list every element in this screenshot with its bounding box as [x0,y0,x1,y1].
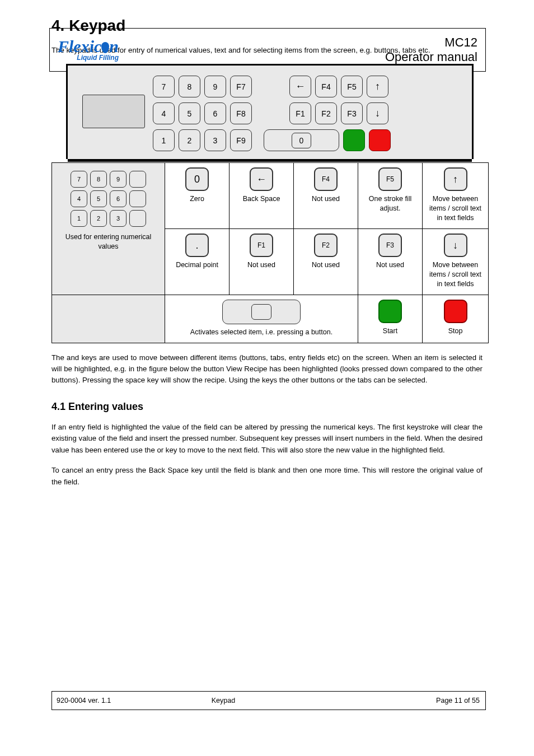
logo-text-1: Flexic [58,37,101,55]
key-backspace[interactable]: ← [289,76,311,97]
green-btn-icon [378,300,402,323]
f2-label: Not used [297,260,354,270]
key-7[interactable]: 7 [153,76,175,97]
footer-left: 920-0004 ver. 1.1 [52,697,111,704]
header-right: MC12 Operator manual [385,35,485,64]
key-stop[interactable] [369,129,391,151]
key-6[interactable]: 6 [204,102,226,124]
logo: Flexicn Liquid Filling [58,38,119,62]
zero-btn-icon: 0 [185,167,209,191]
footer: 920-0004 ver. 1.1 Keypad Page 11 of 55 [51,691,486,710]
key-4[interactable]: 4 [153,102,175,124]
divider [68,159,472,162]
arrow-left-icon: ← [256,172,266,186]
mini-1: 1 [71,210,87,227]
cell-up: ↑ Move between items / scroll text in te… [423,163,489,229]
cell-f3: F3 Not used [358,229,423,295]
mini-2: 2 [90,210,107,227]
down-btn-icon: ↓ [444,234,467,257]
f3-btn-icon: F3 [378,234,402,257]
f1-btn-icon: F1 [250,234,273,257]
up-btn-icon: ↑ [444,167,467,191]
display-screen [82,95,145,128]
para-move: The and keys are used to move between di… [0,352,534,386]
mini-numpad: 789 456 123 [55,171,161,227]
arrow-up-icon: ↑ [453,172,458,186]
dot-btn-icon: . [185,234,209,257]
key-down[interactable]: ↓ [367,102,388,124]
para-enter-1: If an entry field is highlighted the val… [0,422,534,456]
backspace-label: Back Space [233,194,290,204]
mini-3: 3 [110,210,127,227]
key-8[interactable]: 8 [179,76,200,97]
footer-center: Keypad [212,697,235,704]
key-start[interactable] [343,129,365,151]
key-f2-top[interactable]: F2 [315,102,337,124]
dot-label: Decimal point [168,260,226,270]
keypad-panel: 7 8 9 F7 4 5 6 F8 1 2 3 F9 ← F4 F5 ↑ F1 … [66,64,474,159]
subsection-title: 4.1 Entering values [0,401,534,413]
key-f3-top[interactable]: F3 [341,102,363,124]
cell-backspace: ← Back Space [229,163,294,229]
key-3[interactable]: 3 [204,129,226,151]
red-label: Stop [426,326,485,336]
key-9[interactable]: 9 [204,76,226,97]
key-f5-top[interactable]: F5 [341,76,363,97]
key-f8[interactable]: F8 [230,102,252,124]
cell-f2: F2 Not used [294,229,358,295]
cell-f4: F4 Not used [294,163,358,229]
green-label: Start [362,326,419,336]
mini-4: 4 [71,190,87,207]
cell-zero: 0 Zero [165,163,229,229]
cell-red: Stop [423,295,489,343]
f4-label: Not used [297,194,354,204]
red-btn-icon [444,300,467,323]
keypad-top: 7 8 9 F7 4 5 6 F8 1 2 3 F9 ← F4 F5 ↑ F1 … [66,64,474,159]
backspace-btn-icon: ← [250,167,273,191]
key-f9[interactable]: F9 [230,129,252,151]
cell-f1: F1 Not used [229,229,294,295]
manual-name: Operator manual [385,50,477,64]
logo-text-2: n [109,37,119,55]
arrow-up-icon: ↑ [375,81,380,92]
key-2[interactable]: 2 [179,129,200,151]
key-5[interactable]: 5 [179,102,200,124]
zero-label: Zero [168,194,226,204]
mini-f8 [129,190,146,207]
arrow-down-icon: ↓ [375,108,380,119]
f5-btn-icon: F5 [378,167,402,191]
key-f4-top[interactable]: F4 [315,76,337,97]
para-enter-2: To cancel an entry press the Back Space … [0,465,534,488]
mini-8: 8 [90,171,107,188]
arrow-left-icon: ← [296,81,306,92]
up-label: Move between items / scroll text in text… [426,194,485,223]
key-space[interactable]: 0 [264,129,339,151]
f1-label: Not used [233,260,290,270]
mini-7: 7 [71,171,87,188]
mini-6: 6 [110,190,127,207]
mini-f7 [129,171,146,188]
key-f7[interactable]: F7 [230,76,252,97]
key-f1-top[interactable]: F1 [289,102,311,124]
f2-btn-icon: F2 [314,234,338,257]
f5-label: One stroke fill adjust. [362,194,419,213]
footer-right: Page 11 of 55 [436,697,485,704]
spacebar-icon [222,300,301,324]
key-up[interactable]: ↑ [367,76,388,97]
key-zero-top[interactable]: 0 [292,133,311,148]
keypad-table: 789 456 123 Used for entering numerical … [51,162,489,343]
product-name: MC12 [385,35,477,50]
cell-f5: F5 One stroke fill adjust. [358,163,423,229]
f4-btn-icon: F4 [314,167,338,191]
mini-5: 5 [90,190,107,207]
numpad-label: Used for entering numerical values [55,232,161,251]
cell-down: ↓ Move between items / scroll text in te… [423,229,489,295]
mini-f9 [129,210,146,227]
cell-numpad: 789 456 123 Used for entering numerical … [52,163,165,295]
drop-icon [101,42,109,53]
cell-dot: . Decimal point [165,229,229,295]
cell-space: Activates selected item, i.e. pressing a… [165,295,358,343]
spacebar-inner-icon [251,304,271,320]
cell-green: Start [358,295,423,343]
key-1[interactable]: 1 [153,129,175,151]
